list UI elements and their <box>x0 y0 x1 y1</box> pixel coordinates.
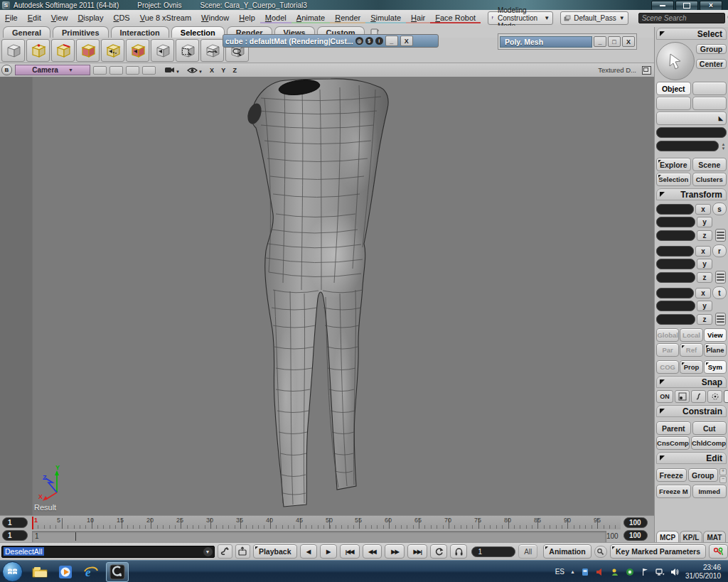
ppg-close-button[interactable]: X <box>400 36 413 46</box>
rotate-y-field[interactable] <box>656 259 695 269</box>
viewport-memo-slot-1[interactable] <box>93 66 107 75</box>
filter-slot-button-3[interactable] <box>692 97 727 110</box>
key-icon-button[interactable] <box>709 544 728 559</box>
raycast-select-cube-icon[interactable] <box>151 39 174 62</box>
select-object-cube-icon[interactable] <box>1 39 25 62</box>
edit-section-header[interactable]: Edit <box>656 452 727 464</box>
scale-options-icon[interactable] <box>715 229 726 242</box>
translate-x-button[interactable]: x <box>695 288 711 298</box>
plane-mode-button[interactable]: Plane <box>704 343 727 357</box>
raycast-polygon-cube-icon[interactable] <box>126 39 149 62</box>
snap-facet-icon[interactable] <box>707 390 722 403</box>
selection-button[interactable]: Selection <box>656 173 691 186</box>
taskbar-clock[interactable]: 23:46 31/05/2010 <box>685 564 724 581</box>
selection-text-field-2[interactable] <box>656 141 719 151</box>
viewport-memo-slot-4[interactable] <box>142 66 156 75</box>
poly-mesh-maximize-button[interactable]: □ <box>608 36 621 47</box>
previous-key-button[interactable]: ◀◀ <box>363 544 382 559</box>
menu-edit[interactable]: Edit <box>23 14 46 22</box>
sym-button[interactable]: Sym <box>704 360 727 374</box>
loop-start-field[interactable]: 1 <box>2 530 28 541</box>
menu-vue8xstream[interactable]: Vue 8 xStream <box>135 14 196 22</box>
animation-menu-button[interactable]: Animation <box>543 544 591 559</box>
prop-button[interactable]: Prop <box>680 360 702 374</box>
immed-button[interactable]: Immed <box>692 485 727 498</box>
frame-forward-button[interactable]: ▶ <box>320 544 337 559</box>
menu-hair[interactable]: Hair <box>406 14 430 23</box>
visibility-eye-icon[interactable]: ▼ <box>187 67 203 74</box>
rotate-x-field[interactable] <box>656 246 694 257</box>
range-slider[interactable]: 1 <box>32 531 606 543</box>
menu-animate[interactable]: Animate <box>291 14 330 23</box>
scale-y-field[interactable] <box>656 217 695 227</box>
select-point-cube-icon[interactable] <box>26 39 50 62</box>
viewport-resize-icon[interactable] <box>642 66 651 75</box>
poly-mesh-title[interactable]: Poly. Mesh <box>500 36 592 48</box>
cnscomp-button[interactable]: CnsComp <box>656 436 690 450</box>
tab-general[interactable]: General <box>3 26 50 38</box>
group-button[interactable]: Group <box>696 44 727 54</box>
filter-slot-button-2[interactable] <box>656 97 691 110</box>
key-marked-parameters-button[interactable]: Key Marked Parameters <box>610 544 706 559</box>
scene-button[interactable]: Scene <box>692 158 727 171</box>
selection-spinner[interactable]: ▲▼ <box>720 140 727 152</box>
timeline[interactable]: 1 1 1 5 10 15 20 25 30 35 40 45 50 55 60… <box>0 515 654 543</box>
rotate-z-button[interactable]: z <box>697 272 712 283</box>
translate-y-field[interactable] <box>656 301 695 311</box>
close-button[interactable]: × <box>700 1 722 11</box>
command-input[interactable]: DeselectAll ▼ <box>1 546 215 558</box>
find-icon[interactable] <box>594 546 607 558</box>
select-edge-cube-icon[interactable] <box>51 39 75 62</box>
chldcomp-button[interactable]: ChldComp <box>691 436 727 450</box>
minimize-button[interactable] <box>651 1 674 11</box>
menu-render[interactable]: Render <box>330 14 365 23</box>
tab-primitives[interactable]: Primitives <box>53 26 109 38</box>
camera-view-dropdown[interactable]: Camera ▼ <box>15 65 90 75</box>
object-filter-button[interactable]: Object <box>656 82 691 95</box>
axis-toggle-xyz[interactable]: X Y Z <box>210 67 240 74</box>
center-button[interactable]: Center <box>696 59 727 69</box>
freeform-select-cube-icon[interactable] <box>200 39 224 62</box>
cog-button[interactable]: COG <box>656 360 679 374</box>
scale-x-button[interactable]: x <box>695 204 711 215</box>
snap-curve-icon[interactable] <box>691 390 706 403</box>
menu-window[interactable]: Window <box>196 14 234 22</box>
language-indicator[interactable]: ES <box>555 568 564 576</box>
explore-button[interactable]: Explore <box>656 158 691 171</box>
rotate-y-button[interactable]: y <box>697 259 712 269</box>
loop-playback-icon[interactable] <box>430 544 447 559</box>
menu-file[interactable]: File <box>0 14 23 22</box>
tray-antivirus-icon[interactable] <box>626 567 635 576</box>
menu-help[interactable]: Help <box>234 14 260 22</box>
scale-z-button[interactable]: z <box>697 230 712 241</box>
snap-point-icon[interactable] <box>675 390 690 403</box>
constrain-parent-button[interactable]: Parent <box>656 421 691 435</box>
viewport-memo-slot-2[interactable] <box>109 66 123 75</box>
translate-y-button[interactable]: y <box>697 301 712 311</box>
menu-cds[interactable]: CDS <box>108 14 134 22</box>
tab-mcp[interactable]: MCP <box>656 531 679 543</box>
constrain-cut-button[interactable]: Cut <box>692 421 727 435</box>
keying-panel-icon[interactable] <box>235 544 250 559</box>
snap-section-header[interactable]: Snap <box>656 376 727 388</box>
edit-minus-button[interactable]: − <box>719 476 727 483</box>
freeze-m-button[interactable]: Freeze M <box>656 485 691 498</box>
tray-messenger-icon[interactable] <box>611 567 620 576</box>
taskbar-explorer-icon[interactable] <box>29 563 50 581</box>
select-tool-button[interactable] <box>656 42 695 80</box>
next-key-button[interactable]: ▶▶ <box>385 544 405 559</box>
view-mode-button[interactable]: View <box>704 328 727 342</box>
viewport-memo-button[interactable]: B <box>1 65 12 75</box>
taskbar-media-player-icon[interactable] <box>55 563 76 581</box>
translate-x-field[interactable] <box>656 288 694 298</box>
tray-audio-device-icon[interactable] <box>596 567 605 576</box>
frame-back-button[interactable]: ◀ <box>300 544 317 559</box>
edit-group-button[interactable]: Group <box>688 468 719 482</box>
poly-mesh-close-button[interactable]: X <box>622 36 635 47</box>
range-start-field[interactable]: 1 <box>2 517 28 528</box>
tab-mat[interactable]: MAT <box>703 531 726 543</box>
menu-display[interactable]: Display <box>73 14 108 22</box>
translate-z-field[interactable] <box>656 314 695 325</box>
translate-z-button[interactable]: z <box>697 314 712 325</box>
select-section-header[interactable]: Select <box>656 28 727 40</box>
